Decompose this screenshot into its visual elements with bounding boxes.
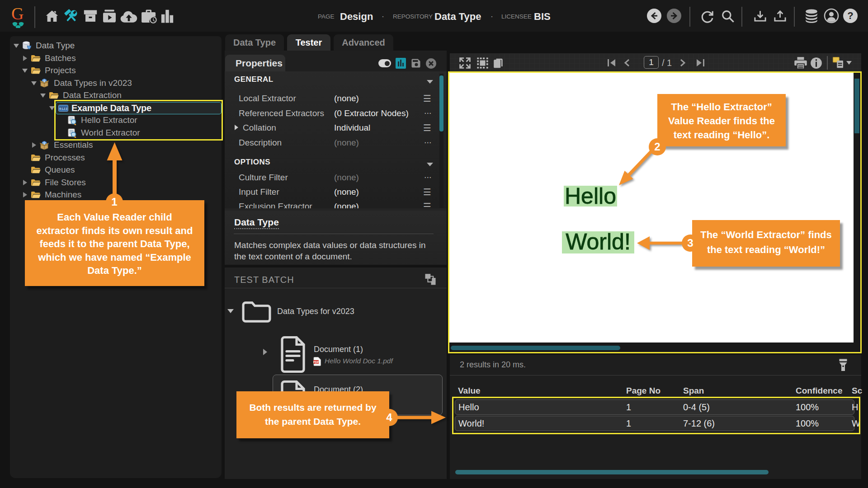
svg-text:G: G: [11, 5, 24, 23]
svg-text:PDF: PDF: [313, 361, 319, 364]
